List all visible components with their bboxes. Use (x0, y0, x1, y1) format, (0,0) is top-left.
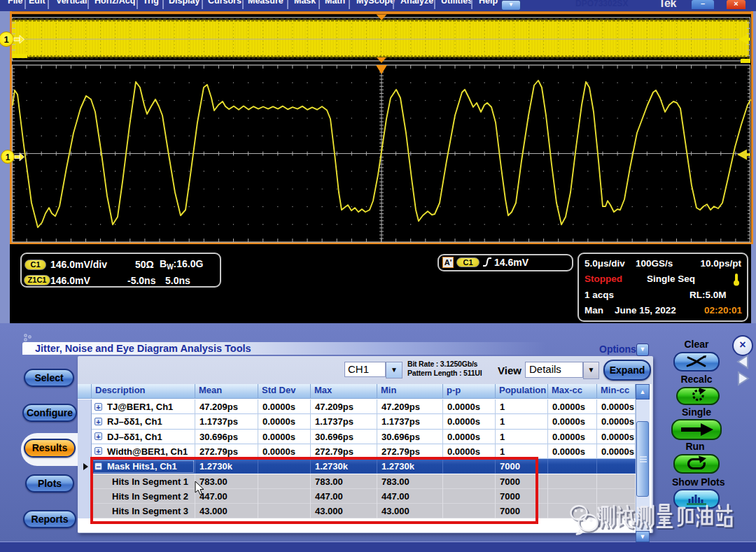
svg-text:1: 1 (6, 153, 10, 162)
svg-text:1: 1 (4, 34, 8, 45)
